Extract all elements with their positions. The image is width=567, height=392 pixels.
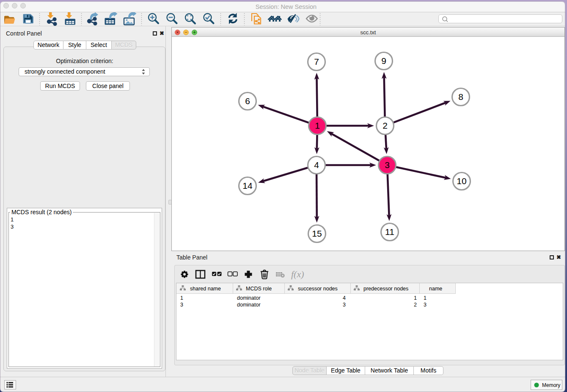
svg-text:2: 2	[383, 121, 388, 130]
svg-text:9: 9	[381, 56, 386, 66]
svg-text:3: 3	[385, 160, 390, 170]
svg-text:15: 15	[312, 229, 322, 238]
svg-text:8: 8	[458, 92, 463, 102]
svg-text:14: 14	[242, 181, 253, 190]
svg-text:7: 7	[314, 57, 319, 66]
svg-text:f(x): f(x)	[291, 269, 304, 279]
svg-text:6: 6	[245, 96, 250, 106]
svg-text:4: 4	[314, 160, 319, 170]
svg-text:10: 10	[457, 176, 466, 186]
svg-text:1: 1	[315, 121, 320, 130]
svg-text:11: 11	[385, 227, 394, 237]
